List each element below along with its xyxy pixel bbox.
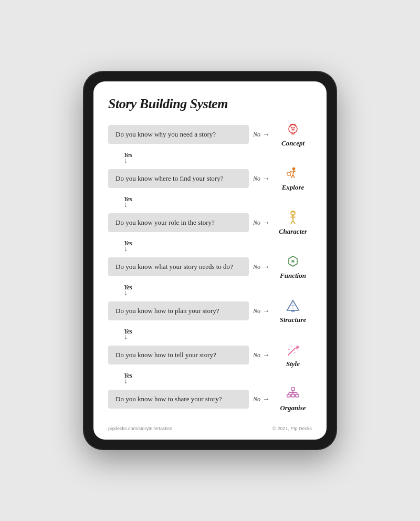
- svg-line-22: [291, 221, 293, 224]
- yes-arrow-6: ↓: [124, 378, 128, 385]
- function-icon: [285, 254, 301, 270]
- no-arrow-2: No →: [253, 174, 270, 183]
- yes-arrow-2: ↓: [124, 201, 128, 209]
- question-box-2: Do you know where to find your story?: [108, 169, 249, 188]
- footer: pipdecks.com/storytellertactics © 2021, …: [108, 422, 312, 431]
- yes-arrow-1: ↓: [124, 157, 128, 164]
- footer-right: © 2021, Pip Decks: [272, 426, 312, 431]
- svg-point-33: [288, 349, 289, 350]
- yes-arrow-5: ↓: [124, 334, 128, 341]
- svg-point-26: [292, 260, 293, 262]
- icon-function: Function: [274, 254, 312, 280]
- no-arrow-5: No →: [253, 307, 270, 315]
- page-title: Story Building System: [108, 96, 312, 112]
- device: Story Building System Do you know why yo…: [84, 72, 336, 449]
- arrow-right-icon-4: →: [262, 263, 270, 271]
- yes-row-5: Yes ↓: [108, 328, 312, 341]
- icon-character: Character: [274, 210, 312, 236]
- question-box-5: Do you know how to plan your story?: [108, 301, 249, 320]
- svg-point-14: [287, 172, 290, 175]
- screen: Story Building System Do you know why yo…: [93, 81, 327, 440]
- yes-arrow-4: ↓: [124, 289, 128, 297]
- svg-point-18: [292, 213, 293, 214]
- style-icon: [285, 342, 301, 359]
- concept-icon: [285, 121, 301, 138]
- svg-point-4: [292, 129, 293, 130]
- yes-row-6: Yes ↓: [108, 372, 312, 385]
- arrow-right-icon-5: →: [262, 307, 270, 315]
- yes-row-3: Yes ↓: [108, 240, 312, 253]
- no-arrow-3: No →: [253, 218, 270, 227]
- question-box-1: Do you know why you need a story?: [108, 125, 249, 144]
- arrow-right-icon-1: →: [262, 130, 270, 139]
- flowchart: Do you know why you need a story? No →: [108, 121, 312, 414]
- svg-point-19: [293, 213, 295, 214]
- svg-point-2: [291, 127, 292, 128]
- svg-line-10: [293, 175, 295, 178]
- question-row-6: Do you know how to tell your story? No →: [108, 342, 312, 368]
- yes-row-2: Yes ↓: [108, 196, 312, 209]
- organise-icon: [285, 386, 301, 403]
- icon-style: Style: [274, 342, 312, 368]
- svg-rect-44: [291, 394, 295, 397]
- svg-line-9: [291, 175, 293, 178]
- svg-rect-37: [291, 388, 295, 390]
- svg-line-23: [293, 221, 295, 224]
- character-icon: [285, 210, 301, 226]
- question-row-5: Do you know how to plan your story? No →…: [108, 298, 312, 324]
- question-row-4: Do you know what your story needs to do?…: [108, 254, 312, 280]
- no-arrow-4: No →: [253, 263, 270, 271]
- svg-point-36: [297, 350, 298, 351]
- footer-left: pipdecks.com/storytellertactics: [108, 426, 172, 431]
- arrow-right-icon-6: →: [262, 351, 270, 359]
- svg-rect-45: [296, 394, 299, 397]
- question-row-7: Do you know how to share your story? No …: [108, 386, 312, 412]
- explore-icon: [285, 165, 301, 182]
- no-arrow-7: No →: [253, 395, 270, 403]
- svg-point-35: [294, 352, 295, 353]
- question-row-2: Do you know where to find your story? No…: [108, 165, 312, 192]
- icon-explore: Explore: [274, 165, 312, 192]
- arrow-right-icon-2: →: [262, 174, 270, 183]
- svg-rect-43: [287, 394, 290, 397]
- icon-structure: Structure: [274, 298, 312, 324]
- question-box-4: Do you know what your story needs to do?: [108, 257, 249, 276]
- svg-point-7: [292, 168, 296, 171]
- no-arrow-1: No →: [253, 130, 270, 139]
- question-row-3: Do you know your role in the story? No →: [108, 210, 312, 236]
- no-arrow-6: No →: [253, 351, 270, 359]
- svg-line-8: [293, 170, 294, 174]
- structure-icon: [285, 298, 301, 315]
- yes-row-4: Yes ↓: [108, 284, 312, 297]
- arrow-right-icon-3: →: [262, 218, 270, 227]
- svg-rect-30: [291, 310, 295, 312]
- svg-line-15: [290, 175, 291, 176]
- question-row-1: Do you know why you need a story? No →: [108, 121, 312, 148]
- yes-arrow-3: ↓: [124, 245, 128, 253]
- svg-point-34: [291, 346, 292, 347]
- svg-line-13: [292, 171, 295, 172]
- question-box-3: Do you know your role in the story?: [108, 213, 249, 232]
- svg-point-3: [293, 127, 295, 128]
- arrow-right-icon-7: →: [262, 395, 270, 403]
- yes-row-1: Yes ↓: [108, 152, 312, 164]
- question-box-7: Do you know how to share your story?: [108, 390, 249, 409]
- svg-marker-32: [296, 345, 300, 349]
- icon-concept: Concept: [274, 121, 312, 148]
- question-box-6: Do you know how to tell your story?: [108, 346, 249, 364]
- icon-organise: Organise: [274, 386, 312, 412]
